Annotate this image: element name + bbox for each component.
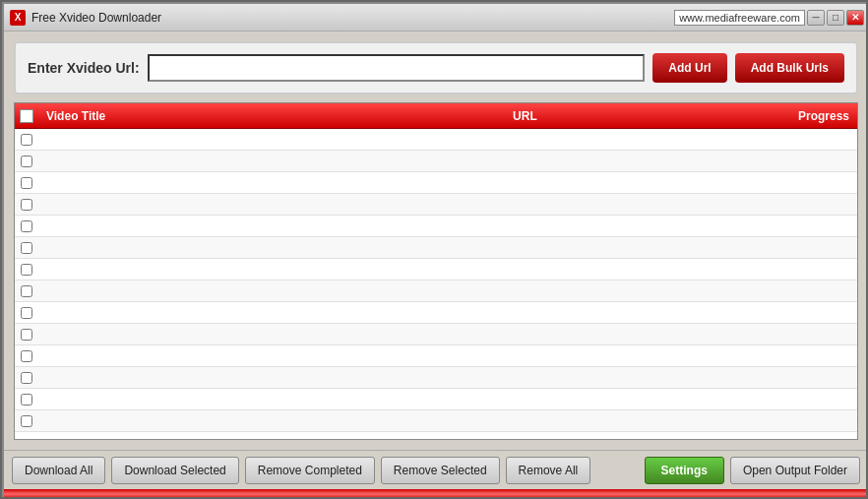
add-bulk-urls-button[interactable]: Add Bulk Urls: [735, 53, 844, 83]
settings-button[interactable]: Settings: [645, 457, 724, 484]
row-checkbox[interactable]: [21, 372, 32, 384]
maximize-button[interactable]: □: [827, 10, 844, 26]
row-checkbox[interactable]: [21, 264, 32, 276]
content-area: Enter Xvideo Url: Add Url Add Bulk Urls …: [4, 31, 868, 450]
close-button[interactable]: ✕: [846, 10, 864, 26]
website-url: www.mediafreeware.com: [674, 10, 805, 26]
bottom-bar: Download All Download Selected Remove Co…: [4, 450, 868, 489]
table-row: [15, 410, 857, 432]
remove-selected-button[interactable]: Remove Selected: [381, 457, 500, 484]
title-bar: X Free Xvideo Downloader www.mediafreewa…: [4, 4, 868, 31]
table-row: [15, 259, 857, 281]
open-output-folder-button[interactable]: Open Output Folder: [730, 457, 860, 484]
table-row: [15, 281, 857, 302]
row-checkbox[interactable]: [21, 285, 32, 297]
url-input[interactable]: [148, 54, 646, 82]
minimize-button[interactable]: ─: [807, 10, 825, 26]
url-label: Enter Xvideo Url:: [28, 60, 140, 76]
table-header: Video Title URL Progress: [15, 103, 857, 129]
row-checkbox[interactable]: [21, 156, 32, 167]
remove-all-button[interactable]: Remove All: [506, 457, 591, 484]
add-url-button[interactable]: Add Url: [652, 53, 726, 83]
table-body: [15, 129, 857, 439]
row-checkbox[interactable]: [21, 415, 32, 427]
table-row: [15, 237, 857, 259]
download-selected-button[interactable]: Download Selected: [111, 457, 238, 484]
select-all-checkbox[interactable]: [20, 109, 33, 123]
table-row: [15, 345, 857, 367]
download-table: Video Title URL Progress: [14, 102, 858, 440]
row-checkbox[interactable]: [21, 307, 32, 319]
table-row: [15, 389, 857, 410]
row-checkbox[interactable]: [21, 177, 32, 189]
table-row: [15, 367, 857, 389]
column-header-url: URL: [363, 109, 688, 123]
row-checkbox[interactable]: [21, 134, 32, 146]
scrollbar-area: [4, 489, 868, 499]
table-row: [15, 302, 857, 324]
window-title: Free Xvideo Downloader: [31, 11, 161, 25]
header-checkbox-cell: [15, 109, 38, 123]
row-checkbox[interactable]: [21, 329, 32, 341]
remove-completed-button[interactable]: Remove Completed: [245, 457, 375, 484]
table-row: [15, 151, 857, 172]
table-row: [15, 216, 857, 237]
table-row: [15, 172, 857, 194]
row-checkbox[interactable]: [21, 394, 32, 405]
table-row: [15, 324, 857, 345]
row-checkbox[interactable]: [21, 242, 32, 254]
app-icon: X: [10, 10, 26, 26]
column-header-progress: Progress: [687, 109, 857, 123]
window-controls: www.mediafreeware.com ─ □ ✕: [674, 10, 864, 26]
row-checkbox[interactable]: [21, 350, 32, 362]
row-checkbox[interactable]: [21, 220, 32, 232]
table-row: [15, 194, 857, 216]
row-checkbox[interactable]: [21, 199, 32, 211]
table-row: [15, 129, 857, 151]
url-input-row: Enter Xvideo Url: Add Url Add Bulk Urls: [14, 41, 858, 94]
download-all-button[interactable]: Download All: [12, 457, 105, 484]
column-header-title: Video Title: [38, 109, 363, 123]
